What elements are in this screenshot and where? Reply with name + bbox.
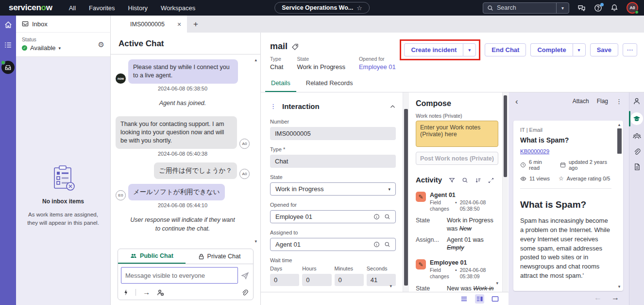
end-chat-button[interactable]: End Chat (485, 43, 526, 56)
connect-chat-icon[interactable] (577, 4, 586, 12)
notifications-bell-icon[interactable] (610, 4, 618, 12)
create-incident-caret[interactable]: ▾ (463, 43, 476, 56)
search-icon (487, 5, 493, 11)
chat-message-list[interactable]: ▴ ▾ now Please stand by while I connect … (111, 54, 260, 247)
kb-menu-icon[interactable]: ⋮ (616, 98, 622, 105)
nav-right: Search ▾ A0 (483, 2, 638, 14)
kb-flag-button[interactable]: Flag (597, 98, 608, 105)
kb-card-scrollbar[interactable]: ▴ ▾ (615, 121, 623, 291)
nav-item-history[interactable]: History (128, 4, 148, 12)
complete-button[interactable]: Complete (530, 43, 572, 56)
opened-for-field[interactable]: Employee 01 (270, 210, 396, 223)
list-view-icon[interactable] (4, 41, 12, 49)
activity-sort-icon[interactable] (475, 176, 481, 183)
kb-scroll-down-icon[interactable]: ▾ (618, 284, 621, 289)
activity-search-icon[interactable] (462, 176, 468, 183)
forward-arrow-icon[interactable]: → (143, 288, 150, 296)
preview-record-icon[interactable] (373, 241, 380, 248)
inbox-rail-button[interactable] (1, 61, 15, 74)
agent-avatar: A0 (239, 169, 250, 179)
kb-next-icon[interactable]: → (611, 293, 619, 302)
nav-menu: All Favorites History Workspaces (69, 4, 196, 12)
attach-file-icon[interactable] (241, 288, 248, 296)
status-block: Status ✓ Available ▾ ⚙ (16, 33, 110, 57)
drag-handle-icon[interactable]: ⋮ (270, 103, 276, 110)
view-list-icon[interactable] (459, 294, 469, 304)
state-select[interactable]: Work in Progress ▾ (270, 182, 396, 196)
work-notes-input[interactable] (416, 121, 498, 147)
attachments-paperclip-icon[interactable] (633, 148, 641, 156)
activity-scroll-down-icon[interactable]: ▾ (496, 281, 498, 286)
kb-number-link[interactable]: KB0000029 (520, 148, 549, 154)
save-button[interactable]: Save (590, 43, 618, 56)
form-scroll-down-icon[interactable]: ▾ (390, 284, 392, 288)
kb-back-icon[interactable]: ‹ (515, 97, 518, 106)
lookup-icon[interactable] (384, 214, 390, 220)
post-work-notes-button[interactable]: Post Work notes (Private) (416, 152, 498, 165)
view-card-icon[interactable] (491, 294, 500, 304)
related-people-icon[interactable] (633, 132, 641, 141)
send-message-icon[interactable] (241, 271, 249, 280)
lookup-icon[interactable] (384, 241, 390, 248)
create-incident-button[interactable]: Create incident (404, 43, 463, 56)
chat-scroll-down-icon[interactable]: ▾ (254, 239, 257, 244)
private-chat-tab[interactable]: Private Chat (186, 249, 253, 264)
more-actions-button[interactable]: ⋯ (623, 43, 637, 56)
view-split-icon[interactable] (475, 294, 484, 304)
tag-icon[interactable] (291, 42, 299, 50)
knowledge-graduation-cap-icon[interactable] (630, 112, 643, 125)
status-label: Status (22, 36, 104, 42)
tab-details[interactable]: Details (265, 75, 296, 92)
home-icon[interactable] (4, 20, 13, 29)
activity-expand-icon[interactable] (488, 176, 494, 183)
complete-caret[interactable]: ▾ (573, 43, 586, 56)
quick-actions-bolt-icon[interactable] (123, 288, 129, 296)
transfer-agent-icon[interactable] (157, 288, 164, 296)
global-search[interactable]: Search ▾ (483, 2, 569, 14)
empty-inbox-illustration (51, 164, 76, 191)
status-selector[interactable]: ✓ Available ▾ (22, 44, 104, 52)
document-icon[interactable] (633, 163, 641, 171)
rating-star-icon[interactable]: ☆ (559, 175, 564, 182)
activity-filter-icon[interactable] (449, 176, 455, 183)
kb-article-card: IT | Email What is Spam? KB0000029 6 min… (513, 121, 623, 291)
tab-related-records[interactable]: Related Records (300, 75, 359, 92)
nav-item-workspaces[interactable]: Workspaces (161, 4, 195, 12)
favorite-star-icon[interactable]: ☆ (356, 4, 362, 12)
scrollbar-thumb[interactable] (617, 128, 622, 154)
nav-item-all[interactable]: All (69, 4, 76, 12)
scrollbar-thumb[interactable] (504, 95, 507, 177)
workspace-pill[interactable]: Service Operations Wo... ☆ (274, 2, 370, 14)
servicenow-logo[interactable]: servicenow (9, 3, 52, 13)
inbox-settings-gear-icon[interactable]: ⚙ (98, 40, 104, 49)
kb-scroll-up-icon[interactable]: ▴ (618, 122, 621, 127)
chat-message-bot: now Please stand by while I connect you … (116, 59, 250, 84)
compose-scrollbar[interactable] (502, 92, 508, 305)
help-icon[interactable] (594, 4, 602, 12)
preview-record-icon[interactable] (373, 214, 380, 220)
opened-for-link[interactable]: Employee 01 (359, 63, 396, 71)
activity-entry: ✎ Employee 01 Field changes • 2024-06-08… (416, 259, 498, 280)
public-chat-tab[interactable]: Public Chat (118, 249, 186, 264)
activity-user[interactable]: Employee 01 (430, 259, 498, 266)
assigned-to-field[interactable]: Agent 01 (270, 238, 396, 251)
active-chat-panel: Active Chat ▴ ▾ now Please stand by whil… (111, 33, 261, 305)
tab-close-icon[interactable]: × (177, 20, 181, 28)
kb-attach-button[interactable]: Attach (573, 98, 589, 105)
presence-available-dot (635, 10, 639, 14)
scrollbar-thumb[interactable] (404, 109, 408, 286)
chat-message-input[interactable] (121, 267, 238, 284)
chat-scroll-up-icon[interactable]: ▴ (254, 57, 257, 62)
kb-prev-icon[interactable]: ← (594, 293, 602, 302)
user-avatar[interactable]: A0 (627, 2, 638, 14)
collapse-section-icon[interactable] (390, 103, 396, 110)
activity-user[interactable]: Agent 01 (430, 192, 498, 198)
form-section-title: Interaction (282, 102, 320, 110)
wait-days: 0 (270, 274, 299, 286)
form-scrollbar[interactable] (403, 92, 409, 305)
agent-assist-person-icon[interactable] (633, 97, 641, 105)
search-scope-dropdown[interactable]: ▾ (556, 3, 569, 13)
nav-item-favorites[interactable]: Favorites (89, 4, 115, 12)
new-tab-button[interactable]: + (187, 16, 204, 33)
tab-ims0000005[interactable]: IMS0000005 × (111, 16, 187, 33)
